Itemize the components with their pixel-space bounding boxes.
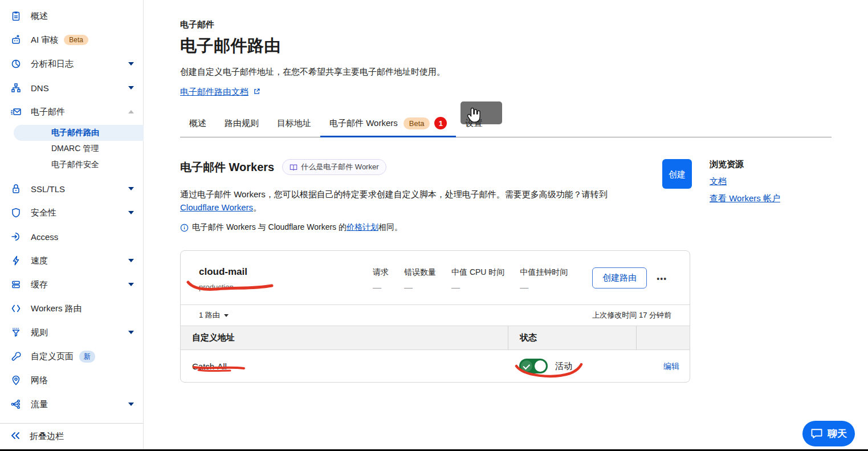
- chevron-down-icon: [128, 187, 134, 190]
- docs-link[interactable]: 文档: [710, 176, 727, 186]
- info-icon: [180, 224, 189, 232]
- email-icon: [10, 106, 22, 117]
- sidebar-item-label: DMARC 管理: [51, 144, 99, 154]
- sidebar-item-email-routing[interactable]: 电子邮件路由: [14, 125, 144, 141]
- sidebar-item-label: 分析和日志: [31, 59, 74, 70]
- hand-cursor-icon: [463, 105, 484, 126]
- external-link-icon: [253, 87, 260, 97]
- tab-label: 电子邮件 Workers: [329, 118, 398, 129]
- stat-value: —: [373, 282, 389, 292]
- sidebar-item-dmarc[interactable]: DMARC 管理: [0, 141, 143, 157]
- table-row: Catch-All 活动 编辑: [181, 350, 690, 382]
- worker-name: cloud-mail: [199, 266, 373, 278]
- stat-requests: 请求 —: [373, 267, 389, 292]
- stat-value: —: [404, 282, 436, 292]
- page-description: 创建自定义电子邮件地址，在您不希望共享主要电子邮件地址时使用。: [180, 67, 832, 78]
- routes-summary-toggle[interactable]: 1 路由: [199, 310, 229, 320]
- tab-destination-addresses[interactable]: 目标地址: [268, 111, 320, 137]
- access-icon: [10, 231, 22, 242]
- tab-overview[interactable]: 概述: [180, 111, 215, 137]
- worker-stats: 请求 — 错误数量 — 中值 CPU 时间 — 中值挂钟时间: [373, 267, 583, 292]
- beta-badge: Beta: [64, 35, 88, 45]
- section-title: 电子邮件 Workers: [180, 160, 274, 175]
- chat-button[interactable]: 聊天: [802, 421, 855, 446]
- sidebar-item-rules[interactable]: 规则: [0, 320, 143, 344]
- sidebar-item-overview[interactable]: 概述: [0, 4, 143, 28]
- column-header-status: 状态: [508, 326, 636, 350]
- worker-environment: production: [199, 283, 373, 291]
- stat-label: 错误数量: [404, 267, 436, 278]
- chat-bubble-icon: [810, 428, 823, 439]
- column-header-address: 自定义地址: [181, 326, 508, 350]
- sidebar-item-label: 规则: [31, 327, 48, 338]
- sidebar-item-label: 自定义页面: [31, 351, 74, 362]
- chevron-down-icon: [128, 331, 134, 334]
- chevron-down-icon: [128, 211, 134, 214]
- sidebar-item-network[interactable]: 网络: [0, 368, 143, 392]
- stat-value: —: [520, 282, 568, 292]
- worker-card: cloud-mail production 请求 — 错误数量 —: [180, 250, 690, 383]
- sidebar-item-label: AI 审核: [31, 35, 58, 46]
- tab-email-workers[interactable]: 电子邮件 Workers Beta 1: [320, 111, 456, 137]
- email-submenu: 电子邮件路由 DMARC 管理 电子邮件安全: [0, 124, 143, 175]
- sidebar-item-speed[interactable]: 速度: [0, 249, 143, 273]
- sidebar-item-dns[interactable]: DNS: [0, 76, 143, 100]
- speed-icon: [10, 255, 22, 266]
- route-enabled-toggle[interactable]: [519, 359, 548, 373]
- sidebar-item-ssl-tls[interactable]: SSL/TLS: [0, 177, 143, 201]
- sidebar-item-label: 电子邮件安全: [51, 160, 99, 170]
- sidebar-item-label: 缓存: [31, 279, 48, 290]
- create-route-button[interactable]: 创建路由: [592, 267, 647, 289]
- view-workers-account-link[interactable]: 查看 Workers 帐户: [710, 193, 780, 203]
- status-badge: 活动: [555, 361, 572, 372]
- sidebar-item-analytics[interactable]: 分析和日志: [0, 52, 143, 76]
- chevron-down-icon: [128, 283, 134, 286]
- edit-route-link[interactable]: 编辑: [663, 361, 679, 371]
- more-options-button[interactable]: [654, 272, 669, 286]
- cache-icon: [10, 279, 22, 290]
- collapse-sidebar-button[interactable]: 折叠边栏: [0, 423, 143, 449]
- stat-median-cpu-time: 中值 CPU 时间 —: [451, 267, 504, 292]
- stat-value: —: [451, 282, 504, 292]
- sidebar-item-email[interactable]: 电子邮件: [0, 100, 143, 124]
- info-text: 相同。: [378, 222, 402, 233]
- sidebar-item-label: 流量: [31, 399, 48, 410]
- sidebar-item-label: DNS: [31, 83, 49, 93]
- analytics-icon: [10, 58, 22, 70]
- cloudflare-workers-link[interactable]: Cloudflare Workers: [180, 202, 253, 212]
- tab-routing-rules[interactable]: 路由规则: [215, 111, 268, 137]
- sidebar-item-ai-audit[interactable]: AI 审核 Beta: [0, 28, 143, 52]
- create-worker-button[interactable]: 创建: [662, 159, 692, 189]
- sidebar-item-workers-routes[interactable]: Workers 路由: [0, 296, 143, 320]
- last-modified-text: 上次修改时间 17 分钟前: [592, 310, 671, 320]
- sidebar-item-traffic[interactable]: 流量: [0, 392, 143, 416]
- sidebar-item-cache[interactable]: 缓存: [0, 273, 143, 296]
- chevron-down-icon: [128, 403, 134, 406]
- collapse-sidebar-label: 折叠边栏: [30, 431, 64, 442]
- traffic-icon: [10, 399, 22, 410]
- shield-icon: [10, 207, 22, 218]
- pricing-plan-link[interactable]: 价格计划: [347, 222, 378, 233]
- paragraph-text: 。: [253, 202, 262, 212]
- sidebar-item-security[interactable]: 安全性: [0, 201, 143, 225]
- what-is-email-worker-badge[interactable]: 什么是电子邮件 Worker: [282, 159, 386, 175]
- email-routing-docs-link[interactable]: 电子邮件路由文档: [180, 87, 248, 96]
- sidebar-item-custom-pages[interactable]: 自定义页面 新: [0, 344, 143, 368]
- ai-audit-icon: [10, 34, 22, 46]
- sidebar-item-access[interactable]: Access: [0, 225, 143, 249]
- browse-resources: 浏览资源 文档 查看 Workers 帐户: [710, 159, 780, 233]
- rules-icon: [10, 327, 22, 338]
- lock-icon: [10, 183, 22, 194]
- new-badge: 新: [79, 351, 95, 363]
- dns-icon: [10, 82, 22, 94]
- chevron-down-icon: [128, 62, 134, 66]
- stat-median-wall-time: 中值挂钟时间 —: [520, 267, 568, 292]
- stat-label: 请求: [373, 267, 389, 278]
- page-title: 电子邮件路由: [180, 35, 832, 58]
- sidebar-item-label: 电子邮件路由: [51, 128, 99, 138]
- sidebar-item-label: Workers 路由: [31, 303, 82, 314]
- email-routing-page: 概述 AI 审核 Beta 分析和日志 DNS: [0, 0, 868, 451]
- overview-icon: [10, 10, 22, 22]
- chat-label: 聊天: [828, 427, 847, 440]
- sidebar-item-email-security[interactable]: 电子邮件安全: [0, 157, 143, 173]
